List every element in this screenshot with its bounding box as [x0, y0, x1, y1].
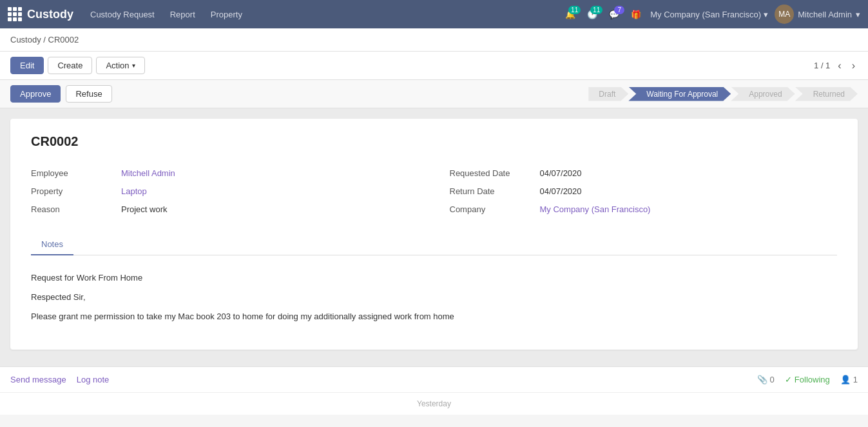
property-field: Property Laptop: [31, 183, 419, 201]
main-toolbar: Edit Create Action ▾ 1 / 1 ‹ ›: [0, 52, 868, 80]
action-chevron-icon: ▾: [132, 62, 135, 69]
requested-date-label: Requested Date: [450, 168, 540, 178]
status-approved: Approved: [731, 87, 795, 101]
following-button[interactable]: ✓ Following: [785, 375, 830, 384]
gift-button[interactable]: 🎁: [628, 8, 644, 21]
user-chevron-icon: ▾: [856, 10, 860, 19]
reason-label: Reason: [31, 204, 121, 214]
app-name: Custody: [27, 8, 73, 21]
property-value[interactable]: Laptop: [121, 186, 147, 196]
topbar: Custody Custody Request Report Property …: [0, 0, 868, 28]
followers-count: 1: [853, 375, 858, 384]
approve-button[interactable]: Approve: [10, 85, 61, 103]
return-date-field: Return Date 04/07/2020: [450, 183, 838, 201]
notes-line3: Please grant me permission to take my Ma…: [31, 310, 837, 324]
breadcrumb-separator: /: [43, 35, 46, 45]
record-id: CR0002: [31, 134, 837, 149]
notes-line2: Respected Sir,: [31, 290, 837, 304]
user-menu[interactable]: MA Mitchell Admin ▾: [775, 5, 860, 24]
next-record-button[interactable]: ›: [849, 59, 858, 73]
company-selector[interactable]: My Company (San Francisco) ▾: [650, 10, 768, 19]
check-icon: ✓: [785, 375, 792, 384]
action-toolbar: Approve Refuse Draft Waiting For Approva…: [0, 80, 868, 108]
create-button[interactable]: Create: [48, 57, 92, 74]
chatter-right: 📎 0 ✓ Following 👤 1: [757, 375, 858, 384]
topbar-right: 🔔 11 🕐 11 💬 7 🎁 My Company (San Francisc…: [563, 5, 860, 24]
tabs: Notes: [31, 234, 837, 255]
return-date-label: Return Date: [450, 186, 540, 196]
nav-property[interactable]: Property: [204, 7, 249, 22]
record-card: CR0002 Employee Mitchell Admin Property …: [10, 119, 858, 350]
employee-field: Employee Mitchell Admin: [31, 164, 419, 183]
topbar-nav: Custody Request Report Property: [84, 7, 552, 22]
followers-button[interactable]: 👤 1: [840, 375, 858, 384]
notes-line1: Request for Work From Home: [31, 271, 837, 285]
app-logo[interactable]: Custody: [8, 7, 73, 21]
timeline-divider: Yesterday: [0, 392, 868, 415]
breadcrumb-parent[interactable]: Custody: [10, 35, 41, 45]
avatar: MA: [775, 5, 794, 24]
notifications-badge: 11: [568, 6, 581, 14]
messages-button[interactable]: 💬 7: [606, 8, 622, 21]
status-waiting-approval: Waiting For Approval: [628, 87, 731, 101]
attachments-count: 0: [770, 375, 775, 384]
grid-icon: [8, 7, 22, 21]
paperclip-icon: 📎: [757, 375, 767, 384]
status-draft: Draft: [588, 87, 628, 101]
reason-value: Project work: [121, 204, 168, 214]
log-note-button[interactable]: Log note: [77, 375, 110, 384]
activity-badge: 11: [590, 6, 603, 14]
company-field: Company My Company (San Francisco): [450, 201, 838, 219]
return-date-value: 04/07/2020: [540, 186, 582, 196]
edit-button[interactable]: Edit: [10, 57, 44, 74]
refuse-button[interactable]: Refuse: [66, 85, 111, 103]
status-returned: Returned: [795, 87, 858, 101]
company-label: Company: [450, 204, 540, 214]
status-bar: Draft Waiting For Approval Approved Retu…: [588, 87, 858, 101]
prev-record-button[interactable]: ‹: [835, 59, 844, 73]
notifications-button[interactable]: 🔔 11: [563, 8, 578, 21]
employee-value[interactable]: Mitchell Admin: [121, 168, 175, 178]
fields-grid: Employee Mitchell Admin Property Laptop …: [31, 164, 837, 219]
reason-field: Reason Project work: [31, 201, 419, 219]
property-label: Property: [31, 186, 121, 196]
company-value[interactable]: My Company (San Francisco): [540, 204, 651, 214]
chatter-bar: Send message Log note 📎 0 ✓ Following 👤 …: [0, 366, 868, 392]
employee-label: Employee: [31, 168, 121, 178]
company-name: My Company (San Francisco): [650, 10, 761, 19]
pagination-controls: 1 / 1 ‹ ›: [814, 59, 858, 73]
breadcrumb: Custody / CR0002: [0, 28, 868, 52]
tab-notes[interactable]: Notes: [31, 234, 73, 255]
nav-custody-request[interactable]: Custody Request: [84, 7, 161, 22]
nav-report[interactable]: Report: [164, 7, 202, 22]
timeline-label: Yesterday: [417, 399, 451, 408]
action-button[interactable]: Action ▾: [96, 57, 144, 74]
send-message-button[interactable]: Send message: [10, 375, 66, 384]
person-icon: 👤: [840, 375, 851, 384]
following-label: Following: [795, 375, 830, 384]
notes-content: Request for Work From Home Respected Sir…: [31, 266, 837, 334]
requested-date-value: 04/07/2020: [540, 168, 582, 178]
breadcrumb-current: CR0002: [48, 35, 79, 45]
gift-icon: 🎁: [631, 10, 641, 19]
requested-date-field: Requested Date 04/07/2020: [450, 164, 838, 183]
messages-badge: 7: [614, 6, 624, 14]
main-content: CR0002 Employee Mitchell Admin Property …: [0, 108, 868, 366]
attachments-button[interactable]: 📎 0: [757, 375, 775, 384]
action-label: Action: [106, 61, 129, 70]
company-chevron-icon: ▾: [764, 10, 768, 19]
activity-button[interactable]: 🕐 11: [584, 8, 600, 21]
user-name: Mitchell Admin: [798, 10, 852, 19]
pagination-text: 1 / 1: [814, 61, 830, 70]
